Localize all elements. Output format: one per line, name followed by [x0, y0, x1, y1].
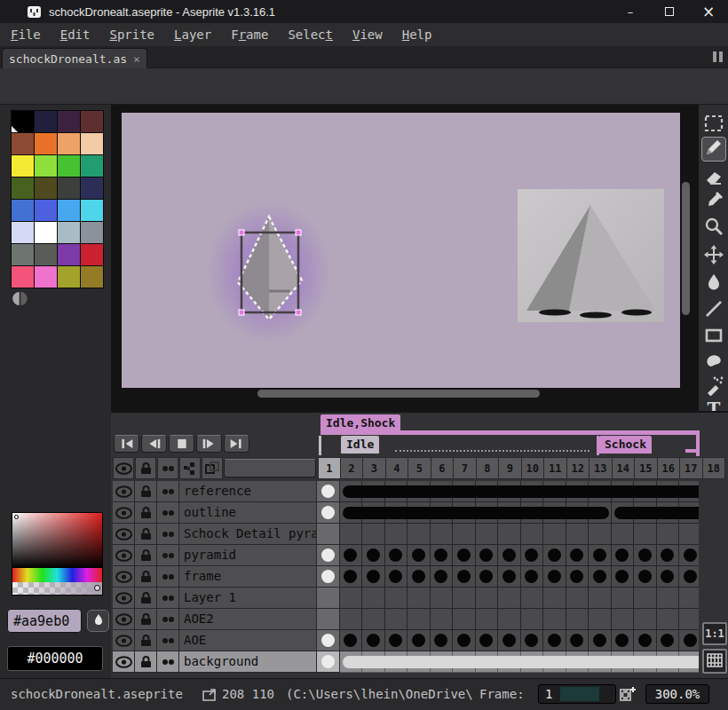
- frame-header-cell[interactable]: 10: [522, 457, 545, 479]
- cel-frame-1[interactable]: [317, 502, 340, 524]
- cel[interactable]: [431, 545, 454, 566]
- cel[interactable]: [340, 609, 363, 630]
- palette-swatch[interactable]: [58, 133, 80, 154]
- cel[interactable]: [385, 524, 408, 545]
- menu-file[interactable]: File: [1, 23, 51, 46]
- cel[interactable]: [431, 566, 454, 588]
- cel[interactable]: [408, 566, 431, 588]
- cel[interactable]: [498, 588, 521, 609]
- cel[interactable]: [566, 630, 590, 651]
- line-tool[interactable]: [701, 298, 726, 323]
- tab-close-icon[interactable]: ×: [133, 52, 140, 66]
- eyedropper-tool[interactable]: [701, 190, 726, 215]
- frame-header-cell[interactable]: 11: [544, 457, 567, 479]
- frame-header-cell[interactable]: 6: [431, 457, 455, 479]
- cel[interactable]: [408, 630, 431, 651]
- cel[interactable]: [521, 609, 544, 630]
- layer-continuous-toggle[interactable]: [157, 630, 179, 651]
- frame-header-cell[interactable]: 5: [408, 457, 431, 479]
- marquee-tool[interactable]: [701, 113, 726, 138]
- frame-header-cell[interactable]: 16: [658, 457, 681, 479]
- zoom-tool[interactable]: [701, 216, 726, 241]
- continuous-cels-icon[interactable]: [157, 457, 178, 479]
- spray-tool[interactable]: [701, 375, 726, 399]
- layer-lock-toggle[interactable]: [135, 609, 157, 630]
- cel[interactable]: [431, 588, 454, 609]
- palette-swatch[interactable]: [12, 111, 34, 132]
- cel[interactable]: [657, 545, 680, 566]
- cel[interactable]: [612, 566, 635, 588]
- layer-visibility-toggle[interactable]: [113, 651, 135, 673]
- frame-header-cell[interactable]: 3: [363, 457, 386, 479]
- palette-swatch[interactable]: [58, 244, 80, 265]
- layer-name[interactable]: pyramid: [179, 545, 317, 566]
- cel-frame-1[interactable]: [317, 481, 340, 502]
- cel[interactable]: [431, 524, 454, 545]
- palette-swatch[interactable]: [35, 111, 57, 132]
- cel[interactable]: [408, 609, 431, 630]
- layer-lock-toggle[interactable]: [135, 481, 157, 502]
- cel[interactable]: [476, 630, 499, 651]
- cel[interactable]: [408, 545, 431, 566]
- palette-swatch[interactable]: [81, 222, 103, 243]
- cel[interactable]: [521, 588, 544, 609]
- timeline-options-button[interactable]: [224, 459, 316, 477]
- cel[interactable]: [634, 609, 657, 630]
- tag-schock[interactable]: Schock: [599, 436, 652, 454]
- cel[interactable]: [340, 588, 363, 609]
- cel[interactable]: [340, 524, 363, 545]
- layer-name[interactable]: background: [179, 651, 317, 673]
- layer-visibility-toggle[interactable]: [113, 609, 135, 630]
- cel[interactable]: [498, 630, 521, 651]
- layer-continuous-toggle[interactable]: [157, 566, 179, 588]
- frame-header-cell[interactable]: 8: [477, 457, 500, 479]
- new-frame-icon[interactable]: [619, 686, 637, 705]
- stop-button[interactable]: [169, 435, 194, 453]
- layer-name[interactable]: Layer 1: [179, 588, 317, 609]
- cel[interactable]: [657, 566, 680, 588]
- cel[interactable]: [521, 524, 544, 545]
- menu-layer[interactable]: Layer: [164, 23, 221, 46]
- menu-sprite[interactable]: Sprite: [99, 23, 164, 46]
- next-frame-button[interactable]: [196, 435, 222, 453]
- tag-idle-shock[interactable]: Idle,Shock: [320, 414, 400, 432]
- cel[interactable]: [566, 609, 590, 630]
- layer-continuous-toggle[interactable]: [157, 502, 179, 524]
- cel[interactable]: [679, 588, 699, 609]
- cel-frame-1[interactable]: [317, 545, 340, 566]
- cel[interactable]: [453, 609, 476, 630]
- cel[interactable]: [498, 566, 521, 588]
- cel[interactable]: [498, 609, 521, 630]
- palette-swatch[interactable]: [81, 133, 103, 154]
- layer-lock-toggle[interactable]: [135, 588, 157, 609]
- cel[interactable]: [476, 524, 499, 545]
- frame-header-cell[interactable]: 1: [318, 457, 341, 479]
- cel[interactable]: [431, 630, 454, 651]
- cel-frame-1[interactable]: [317, 566, 340, 588]
- palette-swatch[interactable]: [58, 155, 80, 177]
- swap-colors-icon[interactable]: [12, 291, 28, 310]
- saturation-value-picker[interactable]: [12, 513, 102, 568]
- layer-continuous-toggle[interactable]: [157, 524, 179, 545]
- first-frame-button[interactable]: [114, 435, 139, 453]
- cel[interactable]: [634, 524, 657, 545]
- cel[interactable]: [612, 545, 635, 566]
- cel[interactable]: [634, 566, 657, 588]
- palette-swatch[interactable]: [12, 133, 34, 154]
- hue-slider[interactable]: [12, 568, 102, 582]
- palette-swatch[interactable]: [58, 222, 80, 243]
- cel[interactable]: [431, 609, 454, 630]
- cel[interactable]: [498, 524, 521, 545]
- layer-name[interactable]: AOE: [179, 630, 317, 651]
- cel-frame-1[interactable]: [317, 651, 340, 673]
- palette-swatch[interactable]: [58, 200, 80, 221]
- palette-swatch[interactable]: [12, 266, 34, 288]
- layer-visibility-toggle[interactable]: [113, 588, 135, 609]
- cel-frame-1[interactable]: [317, 588, 340, 609]
- layer-lock-toggle[interactable]: [135, 630, 157, 651]
- cel[interactable]: [362, 524, 385, 545]
- frame-number-field[interactable]: 1: [538, 684, 616, 704]
- cel[interactable]: [543, 566, 566, 588]
- cel[interactable]: [521, 630, 544, 651]
- maximize-button[interactable]: [650, 0, 689, 23]
